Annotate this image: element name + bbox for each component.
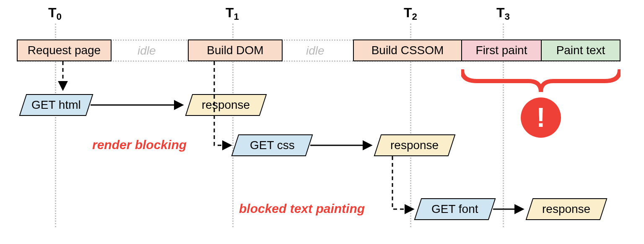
time-marker-t0: T0 [48, 5, 62, 21]
box-get-font: GET font [414, 198, 496, 220]
box-response-font: response [526, 198, 608, 220]
warning-icon: ! [521, 97, 561, 138]
annotation-render-blocking: render blocking [92, 138, 187, 152]
box-build-cssom: Build CSSOM [353, 39, 462, 61]
box-response-css: response [374, 134, 456, 156]
arrow-css-to-getfont [387, 156, 417, 222]
box-build-dom: Build DOM [188, 39, 283, 61]
box-first-paint: First paint [461, 39, 542, 61]
time-marker-t1: T1 [226, 5, 239, 21]
arrow-dom-to-getcss [209, 61, 234, 157]
arrow-getfont-to-response [493, 204, 527, 214]
idle-label-2: idle [306, 44, 325, 58]
time-marker-t2: T2 [404, 5, 417, 21]
annotation-blocked-text-painting: blocked text painting [239, 202, 365, 216]
box-request-page: Request page [17, 39, 112, 61]
box-get-css: GET css [231, 134, 313, 156]
idle-label-1: idle [138, 44, 156, 58]
diagram: T0 T1 T2 T3 Request page idle Build DOM … [0, 0, 644, 244]
box-get-html: GET html [19, 94, 93, 116]
time-marker-t3: T3 [496, 5, 510, 21]
brace-icon [461, 69, 621, 95]
arrow-gethtml-to-response [91, 100, 187, 110]
box-paint-text: Paint text [541, 39, 621, 61]
arrow-request-to-gethtml [58, 61, 68, 93]
arrow-getcss-to-response [310, 140, 376, 150]
